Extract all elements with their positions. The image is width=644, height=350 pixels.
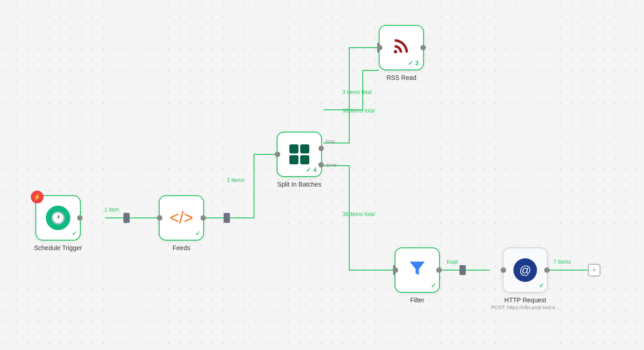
edge-label-split-filter-total: 36 items total: [342, 211, 375, 217]
feeds-right-connector: [200, 215, 206, 221]
trigger-lightning-icon: ⚡: [31, 191, 44, 203]
port-label-done: done: [326, 162, 337, 168]
rss-icon: [391, 36, 411, 60]
split-count: ✓ 4: [306, 166, 317, 173]
svg-point-6: [394, 50, 397, 53]
schedule-clock-icon: 🕐: [46, 206, 70, 230]
schedule-right-connector: [77, 215, 83, 221]
rss-read-label: RSS Read: [386, 74, 416, 81]
schedule-check: ✓: [72, 230, 77, 237]
node-http-request[interactable]: @ ✓ HTTP Request POST: https://n8n-post-…: [491, 247, 559, 310]
node-rss-read[interactable]: ✓ 3 RSS Read: [379, 25, 424, 81]
connector-bar-schedule-feeds: [123, 213, 130, 223]
split-done-connector: [318, 162, 324, 168]
filter-right-connector: [436, 267, 442, 273]
connector-bar-feeds-split: [224, 213, 230, 223]
feeds-left-connector: [157, 215, 162, 221]
feeds-check: ✓: [195, 230, 200, 237]
node-feeds[interactable]: </> ✓ Feeds: [159, 195, 204, 251]
split-loop-connector: [318, 146, 324, 151]
split-left-connector: [275, 152, 280, 157]
node-filter[interactable]: ✓ Filter: [395, 247, 440, 304]
http-left-connector: [501, 267, 506, 273]
add-node-button[interactable]: +: [588, 264, 600, 276]
schedule-trigger-label: Schedule Trigger: [34, 244, 82, 251]
edge-label-filter-http: Kept: [447, 259, 458, 265]
filter-left-connector: [393, 267, 398, 273]
rss-count: ✓ 3: [408, 59, 419, 67]
split-grid-icon: [289, 144, 309, 164]
http-request-sublabel: POST: https://n8n-post-test.e...: [491, 305, 559, 310]
edge-label-schedule-feeds: 1 item: [104, 207, 119, 213]
filter-check: ✓: [431, 282, 436, 289]
http-right-connector: [544, 267, 550, 273]
filter-label: Filter: [410, 296, 424, 304]
http-at-icon: @: [513, 258, 537, 282]
connector-bar-filter-http: [459, 265, 466, 275]
node-split-in-batches[interactable]: ✓ 4 Split In Batches: [277, 132, 322, 188]
rss-left-connector: [377, 45, 382, 50]
port-label-loop: loop: [326, 138, 335, 144]
split-in-batches-label: Split In Batches: [277, 181, 321, 188]
node-schedule-trigger[interactable]: ⚡ 🕐 ✓ Schedule Trigger: [34, 195, 82, 251]
feeds-code-icon: </>: [170, 208, 193, 227]
feeds-label: Feeds: [173, 244, 190, 251]
http-check: ✓: [539, 282, 544, 289]
filter-icon: [407, 258, 427, 282]
edge-label-split-rss-total: 36 items total: [342, 108, 375, 114]
rss-right-connector: [420, 45, 426, 50]
edge-label-feeds-split: 3 items: [227, 177, 244, 183]
edge-label-rss-items-top: 3 items total: [342, 89, 372, 95]
http-request-label: HTTP Request: [504, 296, 546, 304]
